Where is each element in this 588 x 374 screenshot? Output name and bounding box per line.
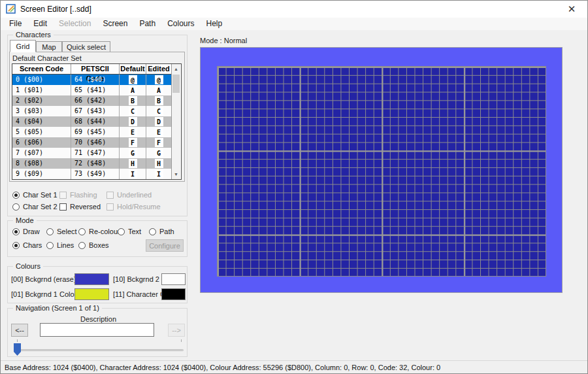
char-glyph: I: [129, 169, 137, 178]
tab-map[interactable]: Map: [36, 41, 62, 52]
table-row[interactable]: 1 ($01) 65 ($41) A A: [12, 85, 171, 95]
next-screen-button: -->: [168, 324, 185, 337]
edited-glyph-cell: F: [146, 137, 171, 148]
table-row[interactable]: 3 ($03) 67 ($43) C C: [12, 106, 171, 116]
col-default: Default: [120, 64, 146, 74]
status-bar: Base Address: 1024 ($0400), Character Ad…: [1, 360, 587, 374]
radio-char-set-2[interactable]: Char Set 2: [12, 203, 57, 211]
radio-icon: [78, 228, 86, 235]
menu-edit[interactable]: Edit: [27, 18, 53, 30]
title-bar: Screen Editor [..sdd] ✕: [1, 1, 587, 18]
default-glyph-cell: @: [120, 75, 146, 85]
slider-tick: [17, 339, 18, 342]
default-glyph-cell: G: [120, 148, 146, 158]
table-row[interactable]: 9 ($09) 73 ($49) I I: [12, 169, 171, 179]
description-input[interactable]: [40, 323, 154, 337]
checkbox-flashing: Flashing: [59, 191, 97, 199]
menu-path[interactable]: Path: [133, 18, 161, 30]
checkbox-reversed[interactable]: Reversed: [59, 203, 101, 211]
checkbox-label: Reversed: [70, 203, 101, 211]
close-icon[interactable]: ✕: [565, 3, 578, 15]
bckgrnd1-label: [01] Bckgrnd 1 Colour: [11, 290, 80, 298]
menu-screen[interactable]: Screen: [97, 18, 133, 30]
edited-glyph-cell: B: [146, 95, 171, 106]
bckgrnd1-swatch[interactable]: [74, 288, 109, 300]
scroll-up-icon[interactable]: ▲: [172, 64, 180, 74]
radio-icon: [12, 242, 20, 249]
radio-icon: [46, 242, 54, 249]
table-row[interactable]: 8 ($08) 72 ($48) H H: [12, 158, 171, 169]
radio-text[interactable]: Text: [118, 228, 141, 235]
bckgrnd-erase-swatch[interactable]: [74, 273, 109, 285]
char-glyph: D: [129, 117, 137, 126]
char-glyph: I: [155, 169, 163, 178]
bckgrnd2-swatch[interactable]: [161, 273, 186, 285]
prev-screen-button[interactable]: <--: [11, 324, 28, 337]
checkbox-icon: [59, 203, 67, 211]
scroll-down-icon[interactable]: ▼: [172, 169, 180, 179]
col-petscii-code: PETSCII Code: [71, 64, 120, 74]
edited-glyph-cell: G: [146, 148, 171, 158]
char-glyph: C: [155, 107, 163, 116]
screen-mode-label: Mode : Normal: [200, 37, 247, 44]
configure-button: Configure: [146, 239, 184, 252]
screen-code-cell: 1 ($01): [12, 85, 71, 95]
screen-slider-track[interactable]: [14, 349, 184, 351]
menu-file[interactable]: File: [3, 18, 27, 30]
character-colour-swatch[interactable]: [161, 288, 186, 300]
char-glyph: A: [155, 86, 163, 95]
radio-label: Select: [57, 228, 77, 235]
radio-draw[interactable]: Draw: [12, 228, 40, 235]
table-row[interactable]: 0 ($00) 64 ($40) @ @: [12, 75, 171, 85]
petscii-code-cell: 64 ($40): [71, 75, 120, 85]
petscii-code-cell: 68 ($44): [71, 116, 120, 127]
mode-group-label: Mode: [13, 216, 37, 224]
col-edited: Edited: [146, 64, 171, 74]
default-glyph-cell: F: [120, 137, 146, 148]
char-glyph: A: [129, 86, 137, 95]
radio-recolour[interactable]: Re-colour: [78, 228, 120, 235]
radio-icon: [149, 228, 156, 235]
char-glyph: E: [155, 128, 163, 137]
table-row[interactable]: 6 ($06) 70 ($46) F F: [12, 137, 171, 148]
table-row[interactable]: 4 ($04) 68 ($44) D D: [12, 116, 171, 127]
edited-glyph-cell: H: [146, 158, 171, 169]
radio-icon: [78, 242, 86, 249]
radio-chars[interactable]: Chars: [12, 241, 42, 249]
radio-icon: [12, 228, 20, 235]
radio-label: Draw: [23, 228, 40, 235]
radio-label: Chars: [23, 241, 42, 249]
petscii-code-cell: 66 ($42): [71, 95, 120, 106]
screen-grid-canvas[interactable]: [217, 66, 546, 277]
tab-grid[interactable]: Grid: [10, 40, 36, 52]
menu-bar: File Edit Selection Screen Path Colours …: [1, 18, 587, 30]
checkbox-icon: [106, 192, 114, 199]
radio-lines[interactable]: Lines: [46, 241, 74, 249]
radio-label: Path: [159, 228, 174, 235]
table-row[interactable]: 5 ($05) 69 ($45) E E: [12, 127, 171, 137]
radio-icon: [12, 203, 20, 211]
screen-border-area[interactable]: [200, 47, 563, 293]
table-row[interactable]: 2 ($02) 66 ($42) B B: [12, 95, 171, 106]
menu-colours[interactable]: Colours: [161, 18, 200, 30]
petscii-code-cell: 73 ($49): [71, 169, 120, 179]
table-row[interactable]: 7 ($07) 71 ($47) G G: [12, 148, 171, 158]
window-title: Screen Editor [..sdd]: [20, 5, 91, 14]
petscii-code-cell: 67 ($43): [71, 106, 120, 116]
screen-code-cell: 2 ($02): [12, 95, 71, 106]
table-scrollbar[interactable]: ▲ ▼: [171, 64, 180, 179]
default-glyph-cell: C: [120, 106, 146, 116]
scrollbar-thumb[interactable]: [172, 75, 180, 93]
radio-char-set-1[interactable]: Char Set 1: [12, 191, 57, 199]
screen-code-cell: 0 ($00): [12, 75, 71, 85]
radio-select[interactable]: Select: [46, 228, 77, 235]
tab-quick-select[interactable]: Quick select: [62, 41, 110, 52]
menu-help[interactable]: Help: [200, 18, 228, 30]
radio-boxes[interactable]: Boxes: [78, 241, 109, 249]
char-glyph: H: [129, 159, 137, 168]
radio-path[interactable]: Path: [149, 228, 174, 235]
checkbox-label: Flashing: [70, 191, 97, 199]
description-label: Description: [80, 315, 116, 323]
edited-glyph-cell: A: [146, 85, 171, 95]
default-glyph-cell: B: [120, 95, 146, 106]
